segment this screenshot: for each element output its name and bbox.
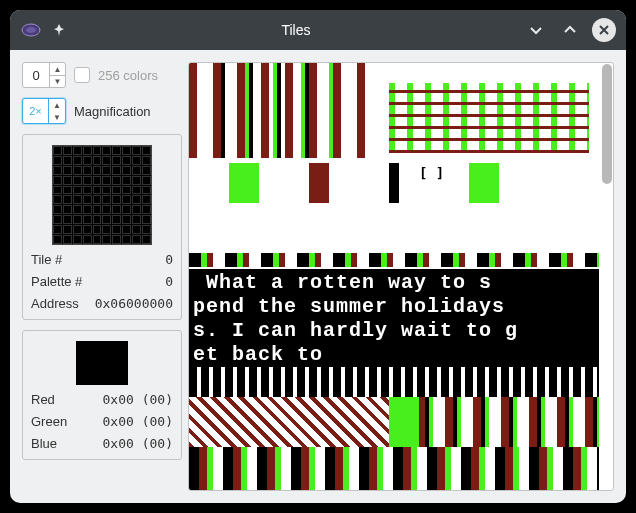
blue-value: 0x00 (00) [103, 436, 173, 451]
tile-region [189, 163, 599, 203]
tile-number-label: Tile # [31, 252, 62, 267]
minimize-button[interactable] [524, 18, 548, 42]
vertical-scrollbar[interactable] [602, 64, 612, 184]
tile-viewer[interactable]: [ ] What a rotten way to s pend the summ… [188, 62, 614, 491]
tile-region [189, 367, 599, 397]
magnification-spinner[interactable]: 2× ▲ ▼ [22, 98, 66, 124]
address-value: 0x06000000 [95, 296, 173, 311]
tile-text-band: What a rotten way to s pend the summer h… [189, 269, 599, 367]
tile-canvas: [ ] What a rotten way to s pend the summ… [189, 63, 613, 490]
address-row: Address 0x06000000 [31, 296, 173, 311]
titlebar: Tiles [10, 10, 626, 50]
close-button[interactable] [592, 18, 616, 42]
colors256-label: 256 colors [98, 68, 158, 83]
colors256-checkbox[interactable] [74, 67, 90, 83]
tile-region [389, 83, 589, 153]
bracket-overlay: [ ] [419, 165, 444, 181]
palette-number-value: 0 [165, 274, 173, 289]
tile-info-frame: Tile # 0 Palette # 0 Address 0x06000000 [22, 134, 182, 320]
tile-region [189, 447, 599, 491]
red-value: 0x00 (00) [103, 392, 173, 407]
red-label: Red [31, 392, 55, 407]
tile-region [389, 397, 599, 447]
green-value: 0x00 (00) [103, 414, 173, 429]
palette-index-value: 0 [23, 68, 49, 83]
magnification-value: 2× [23, 99, 49, 123]
spinner-down-icon[interactable]: ▼ [49, 111, 65, 123]
window-title: Tiles [68, 22, 524, 38]
green-row: Green 0x00 (00) [31, 414, 173, 429]
magnification-label: Magnification [74, 104, 151, 119]
red-row: Red 0x00 (00) [31, 392, 173, 407]
content-area: 0 ▲ ▼ 256 colors 2× ▲ ▼ Magnifi [10, 50, 626, 503]
palette-number-row: Palette # 0 [31, 274, 173, 289]
window-controls [524, 18, 616, 42]
address-label: Address [31, 296, 79, 311]
palette-index-spinner[interactable]: 0 ▲ ▼ [22, 62, 66, 88]
sidebar: 0 ▲ ▼ 256 colors 2× ▲ ▼ Magnifi [22, 62, 182, 491]
svg-point-1 [26, 27, 36, 33]
tiles-window: Tiles 0 ▲ ▼ [10, 10, 626, 503]
tile-number-value: 0 [165, 252, 173, 267]
maximize-button[interactable] [558, 18, 582, 42]
spinner-up-icon[interactable]: ▲ [50, 63, 65, 75]
blue-label: Blue [31, 436, 57, 451]
spinner-up-icon[interactable]: ▲ [49, 99, 65, 111]
tile-region [189, 253, 599, 267]
green-label: Green [31, 414, 67, 429]
tile-preview-grid [52, 145, 152, 245]
palette-number-label: Palette # [31, 274, 82, 289]
spinner-down-icon[interactable]: ▼ [50, 75, 65, 87]
blue-row: Blue 0x00 (00) [31, 436, 173, 451]
tile-number-row: Tile # 0 [31, 252, 173, 267]
app-icon [20, 19, 42, 41]
magnification-row: 2× ▲ ▼ Magnification [22, 98, 182, 124]
tile-region [189, 63, 369, 158]
color-info-frame: Red 0x00 (00) Green 0x00 (00) Blue 0x00 … [22, 330, 182, 460]
pin-icon[interactable] [50, 21, 68, 39]
palette-row: 0 ▲ ▼ 256 colors [22, 62, 182, 88]
color-swatch [76, 341, 128, 385]
